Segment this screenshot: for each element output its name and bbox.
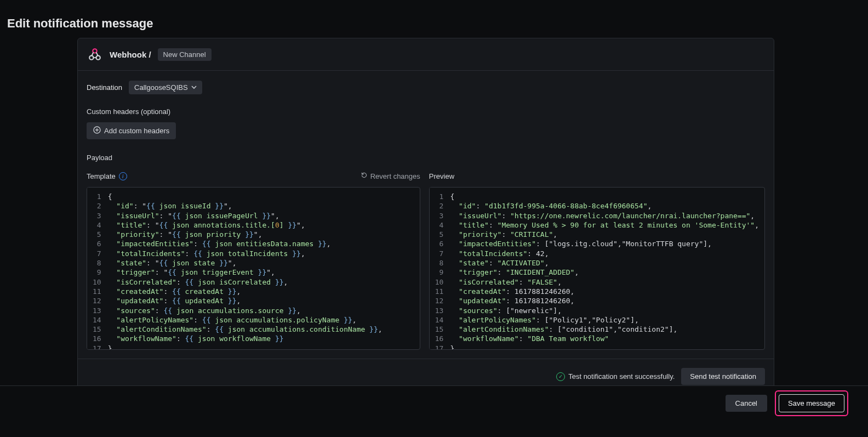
channel-name-badge[interactable]: New Channel (158, 48, 212, 61)
revert-changes-button[interactable]: Revert changes (361, 172, 420, 180)
template-editor[interactable]: 1 2 3 4 5 6 7 8 9 10 11 12 13 14 15 16 1… (87, 187, 420, 350)
destination-label: Destination (87, 83, 122, 92)
cancel-button[interactable]: Cancel (726, 395, 767, 412)
chevron-down-icon (191, 83, 197, 92)
plus-circle-icon (93, 126, 101, 135)
template-label: Template (87, 172, 116, 180)
save-message-button[interactable]: Save message (779, 394, 844, 412)
status-text: Test notification sent successfully. (568, 372, 675, 381)
breadcrumb: Webhook / (110, 50, 151, 59)
add-headers-label: Add custom headers (104, 127, 169, 135)
template-code[interactable]: { "id": "{{ json issueId }}", "issueUrl"… (105, 188, 388, 349)
card-header: Webhook / New Channel (78, 38, 774, 71)
editor-card: Webhook / New Channel Destination Callgo… (77, 38, 774, 394)
svg-point-1 (96, 55, 100, 59)
svg-point-2 (93, 49, 96, 53)
page-title: Edit notification message (0, 0, 868, 39)
send-test-notification-button[interactable]: Send test notification (681, 368, 765, 385)
preview-code: { "id": "d1b1f3fd-995a-4066-88ab-8ce4f69… (447, 188, 764, 349)
bottom-action-bar: Cancel Save message (0, 385, 868, 421)
revert-label: Revert changes (370, 172, 420, 180)
destination-select[interactable]: CallgooseSQIBS (129, 81, 202, 94)
save-highlight: Save message (775, 390, 848, 416)
destination-selected: CallgooseSQIBS (134, 83, 188, 92)
revert-icon (361, 172, 368, 180)
info-icon[interactable]: i (119, 172, 127, 180)
template-gutter: 1 2 3 4 5 6 7 8 9 10 11 12 13 14 15 16 1… (87, 188, 105, 349)
add-custom-headers-button[interactable]: Add custom headers (87, 122, 176, 139)
payload-label: Payload (87, 154, 765, 162)
svg-point-0 (89, 55, 93, 59)
webhook-icon (87, 46, 103, 63)
preview-gutter: 1 2 3 4 5 6 7 8 9 10 11 12 13 14 15 16 1… (430, 188, 447, 349)
preview-label: Preview (429, 172, 454, 180)
check-circle-icon: ✓ (556, 372, 565, 381)
custom-headers-label: Custom headers (optional) (87, 107, 765, 116)
preview-editor: 1 2 3 4 5 6 7 8 9 10 11 12 13 14 15 16 1… (429, 187, 765, 350)
